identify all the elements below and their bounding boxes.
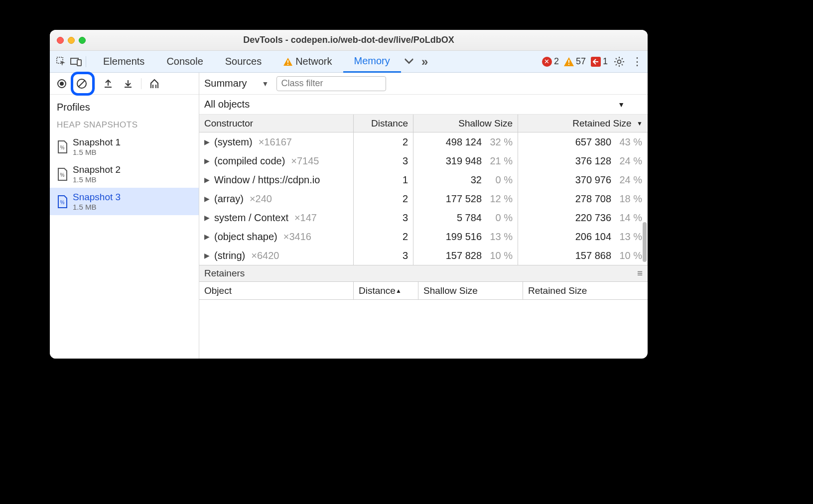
table-row[interactable]: ▶(object shape)×3416 2 199 51613 % 206 1… [199, 227, 648, 246]
table-row[interactable]: ▶(array)×240 2 177 52812 % 278 70818 % [199, 189, 648, 208]
main-tabbar: Elements Console Sources Network Memory … [50, 51, 648, 73]
table-row[interactable]: ▶(compiled code)×7145 3 319 94821 % 376 … [199, 151, 648, 170]
svg-text:%: % [60, 200, 65, 205]
retainers-body [199, 300, 648, 359]
svg-rect-3 [287, 60, 288, 63]
snapshot-icon: % [57, 140, 68, 153]
svg-point-17 [60, 82, 64, 86]
table-body: ▶(system)×16167 2 498 12432 % 657 38043 … [199, 132, 648, 265]
warnings-count: 57 [576, 56, 586, 67]
issues-icon [591, 57, 601, 67]
issues-badge[interactable]: 1 [591, 56, 608, 67]
issues-count: 1 [603, 56, 608, 67]
svg-rect-6 [568, 64, 569, 65]
svg-text:%: % [60, 145, 65, 150]
view-label: Summary [204, 78, 247, 89]
svg-line-19 [79, 81, 85, 87]
main-panel: Summary ▼ All objects ▼ Constructor Dist… [199, 73, 648, 359]
snapshot-name: Snapshot 3 [73, 192, 121, 203]
snapshot-item[interactable]: % Snapshot 3 1.5 MB [50, 188, 199, 215]
col-retained[interactable]: Retained Size [523, 282, 648, 299]
col-shallow[interactable]: Shallow Size [413, 115, 518, 132]
col-distance[interactable]: Distance [354, 115, 413, 132]
snapshot-name: Snapshot 2 [73, 164, 121, 175]
col-constructor[interactable]: Constructor [199, 115, 354, 132]
warnings-badge[interactable]: 57 [564, 56, 586, 67]
table-row[interactable]: ▶(system)×16167 2 498 12432 % 657 38043 … [199, 132, 648, 151]
maximize-button[interactable] [79, 37, 86, 44]
class-filter-input[interactable] [276, 76, 386, 91]
snapshot-size: 1.5 MB [73, 175, 121, 184]
svg-point-7 [618, 60, 621, 63]
clear-button[interactable] [73, 75, 91, 93]
snapshot-size: 1.5 MB [73, 148, 121, 156]
more-tabs-icon[interactable]: » [417, 55, 433, 69]
svg-rect-2 [77, 60, 81, 66]
titlebar: DevTools - codepen.io/web-dot-dev/live/P… [50, 30, 648, 51]
scope-label: All objects [204, 99, 250, 110]
table-header: Constructor Distance Shallow Size Retain… [199, 115, 648, 132]
tab-network[interactable]: Network [272, 51, 343, 73]
table-row[interactable]: ▶system / Context×147 3 5 7840 % 220 736… [199, 208, 648, 227]
inspect-icon[interactable] [54, 54, 69, 69]
profiles-heading: Profiles [50, 95, 199, 117]
minimize-button[interactable] [68, 37, 75, 44]
record-button[interactable] [53, 75, 71, 93]
scrollbar[interactable] [643, 222, 647, 262]
traffic-lights [57, 37, 86, 44]
snapshot-item[interactable]: % Snapshot 2 1.5 MB [50, 160, 199, 188]
scope-bar[interactable]: All objects ▼ [199, 95, 648, 115]
snapshot-item[interactable]: % Snapshot 1 1.5 MB [50, 133, 199, 160]
gc-button[interactable] [145, 75, 163, 93]
warning-icon [283, 58, 292, 66]
tab-console[interactable]: Console [155, 51, 214, 73]
col-shallow[interactable]: Shallow Size [418, 282, 523, 299]
svg-line-12 [616, 58, 617, 59]
svg-line-15 [616, 64, 617, 65]
snapshot-size: 1.5 MB [73, 203, 121, 211]
upload-button[interactable] [99, 75, 117, 93]
retainers-menu-icon[interactable]: ≡ [637, 268, 643, 279]
table-row[interactable]: ▶(string)×6420 3 157 82810 % 157 86810 % [199, 246, 648, 265]
tab-elements[interactable]: Elements [92, 51, 155, 73]
snapshot-name: Snapshot 1 [73, 137, 121, 148]
retainers-label: Retainers [204, 268, 245, 279]
profiles-sidebar: Profiles HEAP SNAPSHOTS % Snapshot 1 1.5… [50, 73, 199, 359]
warning-icon [564, 57, 574, 66]
svg-line-14 [622, 58, 623, 59]
heap-snapshots-label: HEAP SNAPSHOTS [50, 117, 199, 133]
svg-text:%: % [60, 172, 65, 178]
snapshot-icon: % [57, 195, 68, 208]
close-button[interactable] [57, 37, 64, 44]
svg-rect-5 [568, 60, 569, 63]
errors-badge[interactable]: ✕ 2 [542, 56, 559, 67]
table-row[interactable]: ▶Window / https://cdpn.io 1 320 % 370 97… [199, 170, 648, 189]
caret-down-icon: ▼ [262, 80, 269, 88]
settings-button[interactable] [613, 56, 626, 67]
retainers-header: Retainers ≡ [199, 265, 648, 282]
snapshot-icon: % [57, 168, 68, 181]
col-retained[interactable]: Retained Size ▼ [518, 115, 648, 132]
caret-down-icon: ▼ [618, 101, 625, 109]
devtools-window: DevTools - codepen.io/web-dot-dev/live/P… [50, 30, 648, 359]
device-toggle-icon[interactable] [69, 54, 84, 69]
svg-line-13 [622, 64, 623, 65]
col-distance[interactable]: Distance▲ [354, 282, 418, 299]
svg-rect-4 [287, 64, 288, 65]
view-dropdown[interactable]: Summary ▼ [204, 78, 269, 89]
filter-bar: Summary ▼ [199, 73, 648, 95]
more-tabs-button[interactable] [401, 58, 417, 65]
retainers-columns: Object Distance▲ Shallow Size Retained S… [199, 282, 648, 300]
window-title: DevTools - codepen.io/web-dot-dev/live/P… [50, 35, 648, 45]
sidebar-toolbar [50, 73, 199, 95]
kebab-menu-button[interactable]: ⋮ [631, 55, 644, 68]
tab-memory[interactable]: Memory [343, 51, 401, 73]
col-object[interactable]: Object [199, 282, 354, 299]
errors-count: 2 [554, 56, 559, 67]
download-button[interactable] [119, 75, 137, 93]
error-icon: ✕ [542, 57, 552, 67]
tab-sources[interactable]: Sources [214, 51, 272, 73]
